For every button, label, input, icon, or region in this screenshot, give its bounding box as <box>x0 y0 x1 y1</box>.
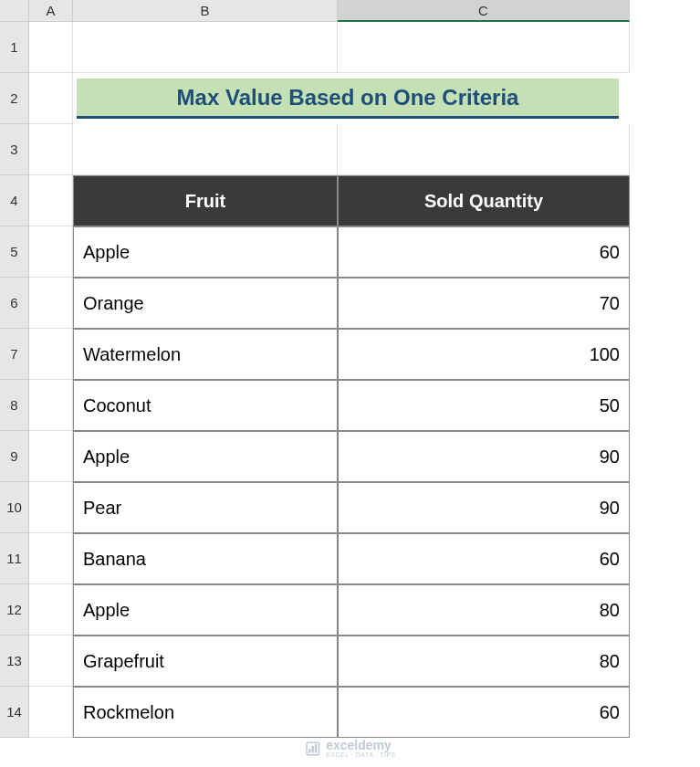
row-header-2[interactable]: 2 <box>0 73 29 124</box>
row-header-7[interactable]: 7 <box>0 329 29 380</box>
cell-a3[interactable] <box>29 124 73 175</box>
cell-fruit[interactable]: Apple <box>73 431 338 482</box>
cell-qty[interactable]: 100 <box>338 329 630 380</box>
cell-a7[interactable] <box>29 329 73 380</box>
cell-a9[interactable] <box>29 431 73 482</box>
row-header-11[interactable]: 11 <box>0 533 29 584</box>
row-header-12[interactable]: 12 <box>0 584 29 636</box>
watermark: exceldemy EXCEL · DATA · TIPS <box>304 739 396 758</box>
cell-a4[interactable] <box>29 175 73 226</box>
cell-qty[interactable]: 90 <box>338 482 630 533</box>
watermark-logo-icon <box>304 741 320 757</box>
svg-rect-1 <box>308 749 310 753</box>
svg-rect-3 <box>314 743 316 752</box>
cell-c3[interactable] <box>338 124 630 175</box>
row-header-4[interactable]: 4 <box>0 175 29 226</box>
select-all-corner[interactable] <box>0 0 29 22</box>
row-header-10[interactable]: 10 <box>0 482 29 533</box>
row-header-5[interactable]: 5 <box>0 226 29 278</box>
cell-fruit[interactable]: Rockmelon <box>73 687 338 738</box>
cell-a14[interactable] <box>29 687 73 738</box>
watermark-tagline: EXCEL · DATA · TIPS <box>326 751 396 758</box>
row-header-3[interactable]: 3 <box>0 124 29 175</box>
cell-fruit[interactable]: Coconut <box>73 380 338 431</box>
cell-qty[interactable]: 80 <box>338 636 630 687</box>
cell-a10[interactable] <box>29 482 73 533</box>
cell-a1[interactable] <box>29 22 73 73</box>
row-header-8[interactable]: 8 <box>0 380 29 431</box>
row-header-13[interactable]: 13 <box>0 636 29 687</box>
cell-fruit[interactable]: Watermelon <box>73 329 338 380</box>
title-cell[interactable]: Max Value Based on One Criteria <box>77 79 619 119</box>
cell-qty[interactable]: 50 <box>338 380 630 431</box>
cell-fruit[interactable]: Grapefruit <box>73 636 338 687</box>
cell-fruit[interactable]: Apple <box>73 584 338 636</box>
watermark-name: exceldemy <box>326 739 396 751</box>
table-header-fruit[interactable]: Fruit <box>73 175 338 226</box>
cell-a2[interactable] <box>29 73 73 124</box>
cell-b1[interactable] <box>73 22 338 73</box>
row-header-14[interactable]: 14 <box>0 687 29 738</box>
table-header-sold-quantity[interactable]: Sold Quantity <box>338 175 630 226</box>
cell-a11[interactable] <box>29 533 73 584</box>
cell-a12[interactable] <box>29 584 73 636</box>
row-header-9[interactable]: 9 <box>0 431 29 482</box>
cell-qty[interactable]: 60 <box>338 533 630 584</box>
cell-fruit[interactable]: Orange <box>73 278 338 329</box>
column-header-a[interactable]: A <box>29 0 73 22</box>
watermark-text-stack: exceldemy EXCEL · DATA · TIPS <box>326 739 396 758</box>
cell-qty[interactable]: 90 <box>338 431 630 482</box>
svg-rect-2 <box>311 746 313 753</box>
cell-c1[interactable] <box>338 22 630 73</box>
cell-a13[interactable] <box>29 636 73 687</box>
spreadsheet-grid: A B C 1 2 Max Value Based on One Criteri… <box>0 0 700 738</box>
column-header-c[interactable]: C <box>338 0 630 22</box>
cell-qty[interactable]: 60 <box>338 226 630 278</box>
cell-fruit[interactable]: Banana <box>73 533 338 584</box>
cell-qty[interactable]: 70 <box>338 278 630 329</box>
row-header-1[interactable]: 1 <box>0 22 29 73</box>
cell-qty[interactable]: 60 <box>338 687 630 738</box>
row-header-6[interactable]: 6 <box>0 278 29 329</box>
cell-a5[interactable] <box>29 226 73 278</box>
column-header-b[interactable]: B <box>73 0 338 22</box>
cell-a8[interactable] <box>29 380 73 431</box>
cell-fruit[interactable]: Apple <box>73 226 338 278</box>
cell-qty[interactable]: 80 <box>338 584 630 636</box>
cell-a6[interactable] <box>29 278 73 329</box>
cell-fruit[interactable]: Pear <box>73 482 338 533</box>
cell-b3[interactable] <box>73 124 338 175</box>
